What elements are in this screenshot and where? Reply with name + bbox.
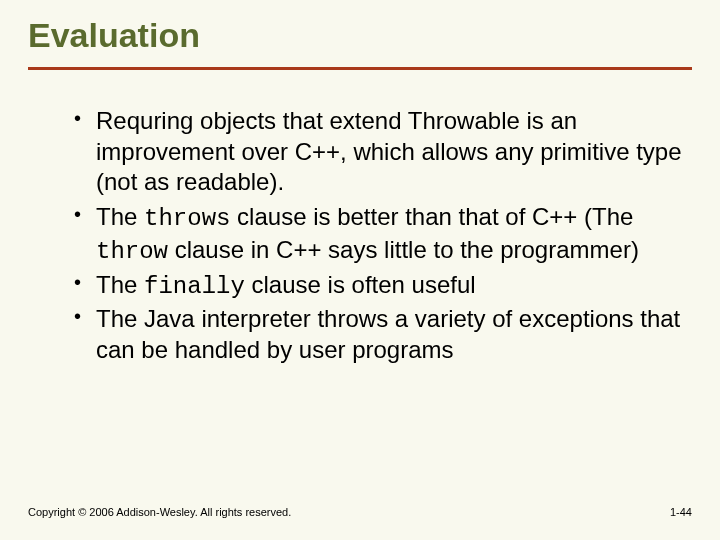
page-number: 1-44 xyxy=(670,506,692,518)
list-item: The throws clause is better than that of… xyxy=(74,202,692,267)
bullet-text: The xyxy=(96,203,144,230)
bullet-text: Requring objects that extend Throwable i… xyxy=(96,107,682,195)
bullet-text: The Java interpreter throws a variety of… xyxy=(96,305,680,363)
bullet-list: Requring objects that extend Throwable i… xyxy=(28,106,692,368)
page-title: Evaluation xyxy=(28,16,692,55)
slide: Evaluation Requring objects that extend … xyxy=(0,0,720,540)
code-span: throw xyxy=(96,238,168,265)
bullet-text: clause is often useful xyxy=(245,271,476,298)
bullet-text: clause in C++ says little to the program… xyxy=(168,236,639,263)
bullet-text: The xyxy=(96,271,144,298)
title-underline xyxy=(28,67,692,70)
code-span: finally xyxy=(144,273,245,300)
footer: Copyright © 2006 Addison-Wesley. All rig… xyxy=(28,506,692,518)
copyright-text: Copyright © 2006 Addison-Wesley. All rig… xyxy=(28,506,291,518)
list-item: Requring objects that extend Throwable i… xyxy=(74,106,692,200)
bullet-text: clause is better than that of C++ (The xyxy=(230,203,633,230)
code-span: throws xyxy=(144,205,230,232)
list-item: The finally clause is often useful xyxy=(74,270,692,303)
list-item: The Java interpreter throws a variety of… xyxy=(74,304,692,367)
